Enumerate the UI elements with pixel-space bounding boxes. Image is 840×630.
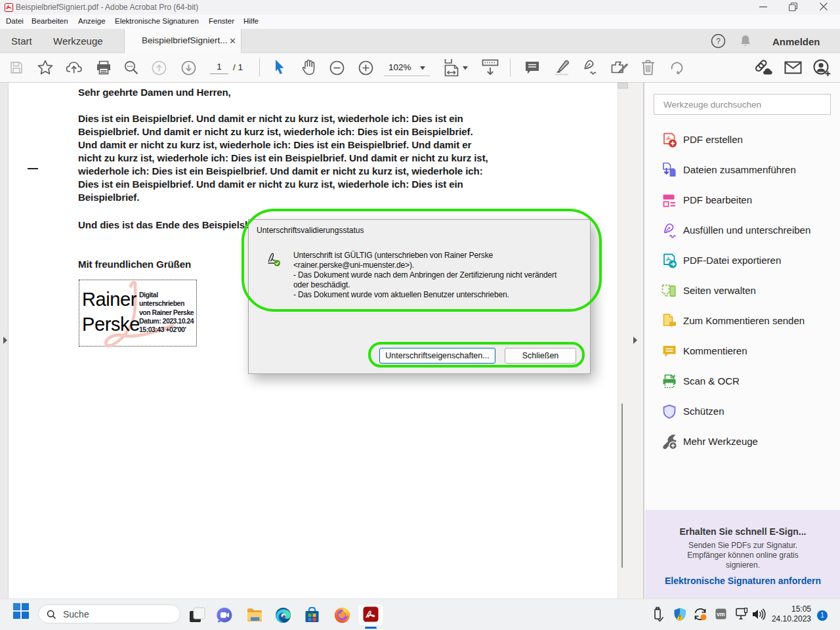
svg-text:?: ? — [716, 37, 721, 46]
svg-text:vm: vm — [717, 611, 725, 618]
